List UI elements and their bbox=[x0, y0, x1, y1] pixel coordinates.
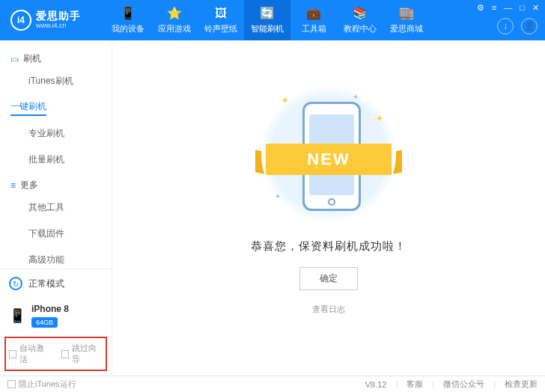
checkbox-icon bbox=[9, 350, 16, 358]
top-right-icons: ↓ 👤 bbox=[497, 18, 538, 34]
sidebar-group-more: ≡ 更多 bbox=[0, 173, 112, 195]
mode-refresh-icon: ↻ bbox=[9, 277, 22, 290]
nav-store[interactable]: 🏬爱思商城 bbox=[383, 0, 430, 40]
nav-toolbox[interactable]: 💼工具箱 bbox=[290, 0, 337, 40]
sidebar-item-itunes-flash[interactable]: iTunes刷机 bbox=[0, 68, 112, 94]
sidebar-item-batch-flash[interactable]: 批量刷机 bbox=[0, 147, 112, 173]
window-controls: ⚙ ≡ — □ ✕ bbox=[477, 3, 539, 13]
link-check-update[interactable]: 检查更新 bbox=[505, 379, 538, 390]
link-support[interactable]: 客服 bbox=[407, 379, 423, 390]
checkbox-auto-activate[interactable]: 自动激活 bbox=[9, 343, 51, 365]
apps-icon: ⭐ bbox=[167, 6, 182, 20]
tutorial-icon: 📚 bbox=[353, 6, 368, 20]
mode-box[interactable]: ↻ 正常模式 bbox=[0, 269, 112, 298]
sidebar-item-advanced[interactable]: 高级功能 bbox=[0, 247, 112, 269]
brand-logo-icon: i4 bbox=[10, 10, 31, 31]
new-ribbon: NEW bbox=[266, 144, 392, 175]
nav-tutorials[interactable]: 📚教程中心 bbox=[337, 0, 383, 40]
settings-icon[interactable]: ⚙ bbox=[477, 3, 484, 13]
checkbox-icon bbox=[61, 350, 69, 358]
sparkle-icon: ✦ bbox=[353, 93, 359, 101]
link-wechat[interactable]: 微信公众号 bbox=[443, 379, 484, 390]
sparkle-icon: ✦ bbox=[281, 94, 290, 106]
nav-my-device[interactable]: 📱我的设备 bbox=[105, 0, 151, 40]
brand-title: 爱思助手 bbox=[36, 10, 81, 22]
checkbox-block-itunes[interactable]: 阻止iTunes运行 bbox=[7, 379, 76, 390]
device-icon: 📱 bbox=[121, 6, 136, 20]
wallpaper-icon: 🖼 bbox=[215, 7, 227, 20]
flash-group-icon: ▭ bbox=[10, 54, 19, 64]
success-message: 恭喜您，保资料刷机成功啦！ bbox=[251, 239, 407, 254]
sparkle-icon: ✦ bbox=[275, 192, 281, 200]
sidebar-item-download-firmware[interactable]: 下载固件 bbox=[0, 221, 112, 247]
device-box[interactable]: 📱 iPhone 8 64GB bbox=[0, 298, 112, 337]
mode-label: 正常模式 bbox=[28, 278, 64, 290]
sidebar-item-oneclick-flash[interactable]: 一键刷机 bbox=[0, 94, 112, 120]
store-icon: 🏬 bbox=[399, 6, 414, 20]
sidebar-item-pro-flash[interactable]: 专业刷机 bbox=[0, 120, 112, 147]
brand: i4 爱思助手 www.i4.cn bbox=[0, 10, 105, 31]
more-group-icon: ≡ bbox=[10, 180, 16, 191]
topbar: i4 爱思助手 www.i4.cn 📱我的设备 ⭐应用游戏 🖼铃声壁纸 🔄智能刷… bbox=[0, 0, 545, 40]
device-name: iPhone 8 bbox=[31, 304, 69, 314]
menu-icon[interactable]: ≡ bbox=[492, 3, 496, 13]
checkbox-icon bbox=[7, 380, 16, 388]
statusbar: 阻止iTunes运行 V8.12 | 客服 | 微信公众号 | 检查更新 bbox=[0, 376, 545, 392]
flash-icon: 🔄 bbox=[260, 6, 275, 20]
nav-smart-flash[interactable]: 🔄智能刷机 bbox=[244, 0, 290, 40]
sparkle-icon: ✦ bbox=[375, 112, 384, 124]
highlighted-options: 自动激活 跳过向导 bbox=[4, 337, 107, 371]
ok-button[interactable]: 确定 bbox=[299, 267, 358, 290]
nav-ringtone-wallpaper[interactable]: 🖼铃声壁纸 bbox=[198, 0, 244, 40]
minimize-icon[interactable]: — bbox=[504, 3, 512, 13]
maximize-icon[interactable]: □ bbox=[520, 3, 525, 13]
toolbox-icon: 💼 bbox=[306, 6, 321, 20]
checkbox-skip-wizard[interactable]: 跳过向导 bbox=[61, 343, 103, 365]
nav-apps-games[interactable]: ⭐应用游戏 bbox=[151, 0, 198, 40]
main-content: ✦ ✦ ✦ ✦ NEW 恭喜您，保资料刷机成功啦！ 确定 查看日志 bbox=[112, 40, 545, 376]
success-illustration: ✦ ✦ ✦ ✦ NEW bbox=[261, 87, 396, 221]
brand-subtitle: www.i4.cn bbox=[36, 22, 81, 30]
top-nav: 📱我的设备 ⭐应用游戏 🖼铃声壁纸 🔄智能刷机 💼工具箱 📚教程中心 🏬爱思商城 bbox=[105, 0, 430, 40]
download-button[interactable]: ↓ bbox=[497, 18, 514, 34]
phone-icon: 📱 bbox=[9, 307, 25, 324]
body: ▭ 刷机 iTunes刷机 一键刷机 专业刷机 批量刷机 ≡ 更多 其他工具 下… bbox=[0, 40, 545, 376]
close-icon[interactable]: ✕ bbox=[532, 3, 539, 13]
sidebar-group-flash: ▭ 刷机 bbox=[0, 46, 112, 68]
sidebar: ▭ 刷机 iTunes刷机 一键刷机 专业刷机 批量刷机 ≡ 更多 其他工具 下… bbox=[0, 40, 112, 376]
device-storage-badge: 64GB bbox=[31, 317, 58, 328]
sidebar-item-other-tools[interactable]: 其他工具 bbox=[0, 195, 112, 221]
user-button[interactable]: 👤 bbox=[521, 18, 538, 34]
view-log-link[interactable]: 查看日志 bbox=[312, 304, 345, 315]
version-label: V8.12 bbox=[365, 380, 387, 389]
